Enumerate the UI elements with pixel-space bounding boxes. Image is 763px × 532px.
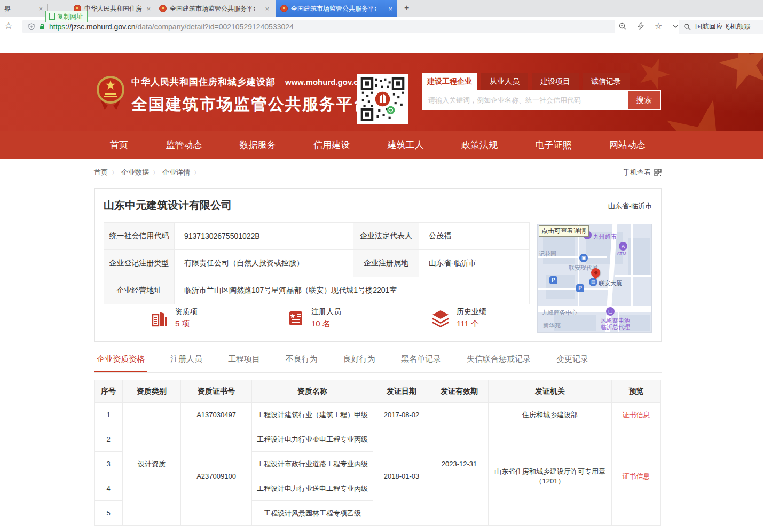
close-icon[interactable] [384,5,392,13]
browser-tabstrip: 界 中华人民共和国住房和城乡建设 全国建筑市场监管公共服务平台 全国建筑市场监管… [0,0,763,17]
stat-label: 历史业绩 [457,307,486,317]
header-qr-code [357,74,408,124]
url-field[interactable]: https://jzsc.mohurd.gov.cn/data/company/… [22,20,615,33]
tab-blacklist[interactable]: 黑名单记录 [398,354,444,372]
zoom-out-icon[interactable] [618,22,627,30]
company-region: 山东省-临沂市 [608,201,652,211]
main-nav: 首页 监管动态 数据服务 信用建设 建筑工人 政策法规 电子证照 网站动态 [0,131,763,159]
cell-name: 工程设计建筑行业（建筑工程）甲级 [252,403,373,427]
favorites-star-icon[interactable]: ☆ [655,21,662,31]
layers-icon [431,309,450,327]
browser-tab-jzsc[interactable]: 全国建筑市场监管公共服务平台 [155,0,273,17]
company-info-table: 统一社会信用代码 91371302675501022B 企业法定代表人 公茂福 … [104,222,530,304]
url-scheme: https [49,22,65,31]
stat-history-performance[interactable]: 历史业绩 111 个 [431,307,486,329]
certificate-info-link[interactable]: 证书信息 [623,411,650,419]
nav-item-workers[interactable]: 建筑工人 [388,139,424,151]
close-icon[interactable] [261,5,269,13]
cell-cert-no: A237009100 [181,427,252,526]
map-label: 记花园 [539,250,556,258]
breadcrumb-enterprise-detail[interactable]: 企业详情 [162,168,203,177]
cell-authority: 山东省住房和城乡建设厅许可专用章（1201） [489,427,612,526]
tab-dishonesty-records[interactable]: 失信联合惩戒记录 [464,354,533,372]
tab-qualifications[interactable]: 企业资质资格 [94,354,147,372]
breadcrumb-enterprise-data[interactable]: 企业数据 [121,168,162,177]
cell-name: 工程设计电力行业变电工程专业丙级 [252,427,373,452]
cell-seq: 2 [95,427,123,452]
cell-issue-date: 2018-01-03 [373,427,430,526]
search-tab-personnel[interactable]: 从业人员 [481,73,528,90]
tab-title: 界 [4,4,11,13]
table-header-row: 序号 资质类别 资质证书号 资质名称 发证日期 发证有效期 发证机关 预览 [95,380,661,403]
new-tab-icon[interactable] [404,3,409,13]
close-icon[interactable] [142,5,151,13]
tab-bad-behavior[interactable]: 不良行为 [283,354,320,372]
breadcrumb: 首页 企业数据 企业详情 手机查看 [94,167,662,178]
tab-change-records[interactable]: 变更记录 [554,354,591,372]
company-name: 山东中元建筑设计有限公司 [104,198,232,213]
cell-issue-date: 2017-08-02 [373,403,430,427]
stat-qualifications[interactable]: 资质项 5 项 [151,307,198,329]
copy-icon [50,14,55,20]
browser-tab-active[interactable]: 全国建筑市场监管公共服务平台 [276,0,397,17]
stat-label: 注册人员 [311,307,341,317]
qr-code-icon [654,169,662,176]
stat-value: 5 项 [175,319,198,329]
lightning-icon[interactable] [636,22,645,30]
stat-value: 10 名 [311,319,341,329]
nav-item-home[interactable]: 首页 [110,139,128,151]
mobile-view-link[interactable]: 手机查看 [623,168,662,177]
col-name: 资质名称 [252,380,373,403]
company-stats: 资质项 5 项 注册人员 10 名 [104,307,520,337]
nav-item-elicense[interactable]: 电子证照 [536,139,572,151]
site-brand: 中华人民共和国住房和城乡建设部www.mohurd.gov.cn 全国建筑市场监… [131,76,371,115]
breadcrumb-home[interactable]: 首页 [94,168,121,177]
nav-item-site-news[interactable]: 网站动态 [609,139,646,151]
tab-title: 全国建筑市场监管公共服务平台 [291,4,376,13]
tab-registered-personnel[interactable]: 注册人员 [168,354,205,372]
platform-title: 全国建筑市场监管公共服务平台 [131,93,371,115]
field-value: 91371302675501022B [175,223,353,250]
tab-title: 全国建筑市场监管公共服务平台 [170,4,255,13]
search-input[interactable] [423,91,628,109]
browser-tab-partial[interactable]: 界 [0,0,47,17]
map-tooltip: 点击可查看详情 [539,225,589,237]
cell-seq: 3 [95,452,123,476]
stat-value: 111 个 [457,319,486,329]
lock-icon[interactable] [38,23,46,30]
nav-item-policy[interactable]: 政策法规 [461,139,498,151]
chevron-down-icon[interactable] [672,22,679,30]
search-tab-enterprise[interactable]: 建设工程企业 [422,73,477,90]
certificate-info-link[interactable]: 证书信息 [623,472,650,480]
cell-name: 工程设计电力行业送电工程专业丙级 [252,476,373,501]
parking-icon: P [576,284,584,292]
nav-item-credit[interactable]: 信用建设 [313,139,350,151]
copy-url-tooltip: 复制网址 [45,11,88,22]
search-icon [683,23,691,30]
search-tab-credit[interactable]: 诚信记录 [583,73,630,90]
nav-item-supervision[interactable]: 监管动态 [166,139,202,151]
map-label: 临沂总代理 [601,323,630,331]
nav-item-data-service[interactable]: 数据服务 [240,139,276,151]
quick-search-text: 国航回应飞机颠簸 [695,22,751,32]
browser-action-icons: ☆ [618,21,679,31]
tab-projects[interactable]: 工程项目 [225,354,263,372]
stat-registered-personnel[interactable]: 注册人员 10 名 [287,307,341,329]
detail-tabs: 企业资质资格 注册人员 工程项目 不良行为 良好行为 黑名单记录 失信联合惩戒记… [94,354,662,373]
search-button[interactable]: 搜索 [628,91,660,109]
shield-icon[interactable] [28,23,35,30]
quick-search-box[interactable]: 国航回应飞机颠簸 [679,20,763,34]
search-tab-project[interactable]: 建设项目 [532,73,579,90]
field-label: 统一社会信用代码 [104,223,175,250]
tab-good-behavior[interactable]: 良好行为 [341,354,378,372]
ministry-url: www.mohurd.gov.cn [285,77,363,87]
map-label: 新华苑 [543,322,561,330]
field-label: 企业登记注册类型 [104,250,175,277]
col-cert-no: 资质证书号 [181,380,252,403]
field-value: 公茂福 [419,223,530,250]
close-icon[interactable] [34,5,43,13]
location-map[interactable]: 点击可查看详情 ♦ 九州超市 A ATM 记花园 ▣ 联安现代城 ▤ 联安大厦 … [537,224,652,333]
cell-authority: 住房和城乡建设部 [489,403,612,427]
cell-name: 工程设计市政行业道路工程专业丙级 [252,452,373,476]
bookmark-star-icon[interactable]: ☆ [4,20,13,32]
